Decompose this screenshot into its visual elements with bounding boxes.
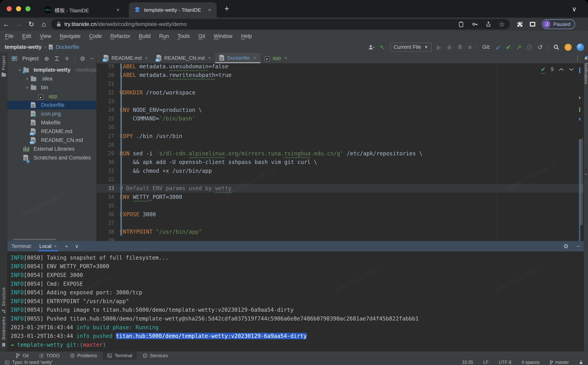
reload-icon[interactable]: ↻ <box>25 20 37 28</box>
next-problem-icon[interactable] <box>569 68 574 71</box>
breadcrumb-file[interactable]: Dockerfile <box>56 44 79 50</box>
extensions-puzzle-icon[interactable] <box>517 21 523 28</box>
menu-build[interactable]: Build <box>139 33 151 39</box>
window-controls[interactable] <box>7 6 30 11</box>
tool-window-todo[interactable]: TODO <box>35 351 64 359</box>
bookmark-star-icon[interactable]: ☆ <box>499 20 505 28</box>
tree-item-dockerfile[interactable]: Dockerfile <box>7 101 97 110</box>
tree-item-readme-cn-md[interactable]: MDREADME_CN.md <box>7 136 97 145</box>
notifications-bell-icon[interactable] <box>584 56 588 60</box>
editor-scrollbar[interactable] <box>580 139 583 225</box>
code-line-32[interactable]: 32 <box>97 175 584 184</box>
close-tab-icon[interactable]: × <box>208 55 211 61</box>
terminal-settings-gear-icon[interactable]: ⚙ <box>563 243 569 250</box>
run-with-coverage-icon[interactable] <box>457 44 463 50</box>
address-bar[interactable]: try.titanide.cn/ide/web/coding/template-… <box>51 19 510 29</box>
menu-file[interactable]: File <box>5 33 14 39</box>
editor-tab-readme-cn-md[interactable]: MDREADME_CN.md× <box>152 53 215 63</box>
side-panel-icon[interactable] <box>530 22 535 27</box>
close-terminal-tab-icon[interactable]: × <box>54 243 57 249</box>
titanide-sphere-icon[interactable] <box>577 43 584 51</box>
tree-item-external-libraries[interactable]: External Libraries <box>7 145 97 154</box>
rollback-icon[interactable]: ↺ <box>538 43 543 51</box>
code-line-23[interactable]: 23 <box>97 97 584 105</box>
indent-style[interactable]: 4 spaces <box>522 360 539 365</box>
stop-icon[interactable]: ■ <box>468 43 472 51</box>
menu-view[interactable]: View <box>40 33 51 39</box>
run-icon[interactable]: ▶ <box>437 43 441 51</box>
new-tab-button[interactable]: + <box>224 4 229 13</box>
update-available-icon[interactable]: ↑ <box>565 44 572 51</box>
error-stripe[interactable] <box>578 63 583 241</box>
close-window-button[interactable] <box>7 6 12 11</box>
menu-window[interactable]: Window <box>214 33 232 39</box>
editor-tabs-menu-icon[interactable]: ⋮ <box>575 55 584 62</box>
tool-window-problems[interactable]: Problems <box>66 351 101 359</box>
menu-navigate[interactable]: Navigate <box>60 33 81 39</box>
code-line-26[interactable]: 26 <box>97 123 584 132</box>
code-with-me-icon[interactable] <box>368 44 375 50</box>
menu-code[interactable]: Code <box>89 33 102 39</box>
menu-help[interactable]: Help <box>241 33 252 39</box>
tree-item-bin[interactable]: bin <box>7 83 97 92</box>
hide-panel-icon[interactable]: − <box>90 55 94 62</box>
code-line-25[interactable]: 25 COMMAND='/bin/bash' <box>97 114 584 123</box>
minimize-window-button[interactable] <box>16 6 21 11</box>
terminal-tab-local[interactable]: Local × <box>38 241 58 251</box>
menu-refactor[interactable]: Refactor <box>110 33 130 39</box>
tool-window-git[interactable]: Git <box>11 351 33 359</box>
code-line-31[interactable]: 31 && chmod +x /usr/bin/app <box>97 167 584 175</box>
code-line-29[interactable]: 29RUN sed -i 's/dl-cdn.alpinelinux.org/m… <box>97 149 584 158</box>
close-tab-icon[interactable]: × <box>145 55 148 61</box>
code-line-36[interactable]: 36EXPOSE 3000 <box>97 210 584 219</box>
editor-tab-readme-md[interactable]: MDREADME.md× <box>99 53 152 63</box>
menu-run[interactable]: Run <box>159 33 169 39</box>
project-tool-button[interactable]: Project <box>1 56 7 77</box>
horizontal-scrollbar[interactable] <box>13 239 56 240</box>
password-key-icon[interactable] <box>472 21 478 27</box>
prev-problem-icon[interactable] <box>559 68 564 71</box>
clipboard-icon[interactable] <box>458 21 464 27</box>
code-line-35[interactable]: 35 <box>97 201 584 210</box>
file-encoding[interactable]: UTF-8 <box>499 360 511 365</box>
chevron-down-icon[interactable] <box>23 86 31 90</box>
line-separator[interactable]: LF <box>483 360 489 365</box>
zoom-window-button[interactable] <box>25 6 30 11</box>
close-tab-icon[interactable]: × <box>116 7 119 13</box>
code-line-38[interactable]: 38ENTRYPOINT "/usr/bin/app" <box>97 227 584 236</box>
terminal-dropdown-icon[interactable]: ∨ <box>75 243 79 249</box>
collapse-panel-chevron[interactable]: ‹ <box>585 168 587 180</box>
code-line-30[interactable]: 30 && apk add -U openssh-client sshpass … <box>97 158 584 167</box>
code-line-22[interactable]: 22WORKDIR /root/workspace <box>97 88 584 97</box>
code-line-39[interactable]: 39 <box>97 236 584 241</box>
chevron-down-icon[interactable] <box>16 68 23 72</box>
code-line-21[interactable]: 21 <box>97 79 584 88</box>
code-line-24[interactable]: 24ENV NODE_ENV=production \ <box>97 105 584 114</box>
browser-tab-inactive[interactable]: <t> 模板 - TitanIDE × <box>39 2 125 18</box>
tree-item-icon-png[interactable]: icon.png <box>7 110 97 118</box>
terminal-output[interactable]: INFO[0050] Taking snapshot of full files… <box>7 251 584 351</box>
git-update-icon[interactable]: ↙ <box>496 43 501 51</box>
tree-item-scratches-and-consoles[interactable]: Scratches and Consoles <box>7 154 97 162</box>
history-clock-icon[interactable] <box>526 44 532 50</box>
bookmarks-tool-button[interactable]: Bookmarks <box>1 316 6 340</box>
gear-icon[interactable]: ⚙ <box>80 55 85 62</box>
profile-chip[interactable]: J Paused <box>542 19 575 29</box>
tool-window-terminal[interactable]: Terminal <box>103 351 137 359</box>
hide-terminal-icon[interactable]: − <box>576 243 580 250</box>
collapse-all-icon[interactable] <box>64 56 70 61</box>
git-branch-widget[interactable]: master <box>550 360 569 365</box>
tool-window-services[interactable]: Services <box>138 351 172 359</box>
close-tab-icon[interactable]: × <box>253 55 256 61</box>
code-line-28[interactable]: 28 <box>97 140 584 149</box>
browser-menu-icon[interactable]: ⋮ <box>586 21 588 28</box>
tree-item-readme-md[interactable]: MDREADME.md <box>7 127 97 136</box>
caret-position[interactable]: 33:35 <box>462 360 473 365</box>
code-line-37[interactable]: 37 <box>97 219 584 228</box>
editor-tab-app[interactable]: ▸app× <box>260 53 291 63</box>
code-line-19[interactable]: 19LABEL metadata.usesubdomain=false <box>97 63 584 71</box>
structure-tool-button[interactable]: Structure <box>1 287 6 306</box>
expand-all-icon[interactable] <box>54 56 59 61</box>
code-line-27[interactable]: 27COPY ./bin /usr/bin <box>97 132 584 140</box>
code-line-20[interactable]: 20LABEL metadata.rewritesubpath=true <box>97 71 584 80</box>
